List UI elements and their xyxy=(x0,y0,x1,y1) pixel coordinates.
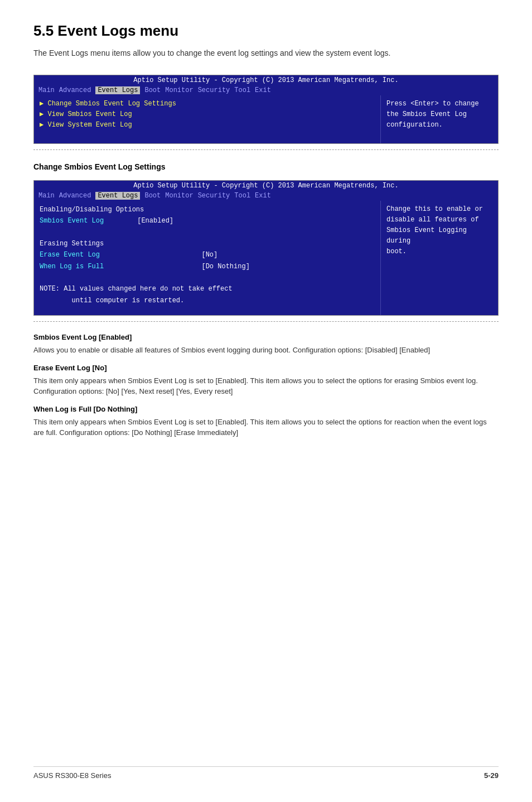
bios2-body: Enabling/Disabling Options Smbios Event … xyxy=(34,201,498,316)
bios2-help: Change this to enable ordisable all feat… xyxy=(381,201,498,316)
bios2-row-smbios: Smbios Event Log [Enabled] xyxy=(40,215,375,226)
footer-left: ASUS RS300-E8 Series xyxy=(33,771,111,780)
section1-title: Change Smbios Event Log Settings xyxy=(33,162,499,171)
bios1-item-1: Change Smbios Event Log Settings xyxy=(40,99,375,109)
bios1-header: Aptio Setup Utility - Copyright (C) 2013… xyxy=(34,75,498,85)
divider-1 xyxy=(33,149,499,150)
page-footer: ASUS RS300-E8 Series 5-29 xyxy=(33,766,499,780)
bios2-nav-monitor: Monitor xyxy=(165,192,193,200)
bios2-row-enabling: Enabling/Disabling Options xyxy=(40,204,375,215)
intro-paragraph: The Event Logs menu items allow you to c… xyxy=(33,47,499,59)
bios1-menu: Change Smbios Event Log Settings View Sm… xyxy=(34,95,381,143)
bios2-help-text: Change this to enable ordisable all feat… xyxy=(386,204,492,258)
erase-section-body: This item only appears when Smbios Event… xyxy=(33,375,499,397)
bios2-header: Aptio Setup Utility - Copyright (C) 2013… xyxy=(34,181,498,191)
bios2-row-erase: Erase Event Log [No] xyxy=(40,249,375,260)
bios2-menu: Enabling/Disabling Options Smbios Event … xyxy=(34,201,381,316)
bios2-nav-security: Security xyxy=(198,192,230,200)
bios2-nav-exit: Exit xyxy=(255,192,271,200)
bios1-nav-eventlogs: Event Logs xyxy=(95,86,140,94)
bios1-nav-tool: Tool xyxy=(234,86,250,94)
smbios-section-title: Smbios Event Log [Enabled] xyxy=(33,333,499,341)
divider-2 xyxy=(33,321,499,322)
bios2-nav-boot: Boot xyxy=(144,192,161,200)
bios-terminal-2: Aptio Setup Utility - Copyright (C) 2013… xyxy=(33,180,499,316)
bios2-nav-eventlogs: Event Logs xyxy=(95,192,140,200)
bios1-nav-boot: Boot xyxy=(144,86,161,94)
bios1-item-3: View System Event Log xyxy=(40,120,375,131)
page-title: 5.5 Event Logs menu xyxy=(33,22,499,40)
bios1-nav: Main Advanced Event Logs Boot Monitor Se… xyxy=(34,85,498,95)
bios1-nav-monitor: Monitor xyxy=(165,86,193,94)
bios2-nav-advanced: Advanced xyxy=(59,192,91,200)
whenlog-section-title: When Log is Full [Do Nothing] xyxy=(33,405,499,413)
erase-section-title: Erase Event Log [No] xyxy=(33,364,499,372)
bios2-note: NOTE: All values changed here do not tak… xyxy=(40,283,375,306)
bios2-row-erasing: Erasing Settings xyxy=(40,238,375,249)
bios1-nav-security: Security xyxy=(198,86,230,94)
bios2-nav-tool: Tool xyxy=(234,192,250,200)
bios1-help: Press <Enter> to changethe Smbios Event … xyxy=(381,95,498,143)
bios2-nav-main: Main xyxy=(38,192,55,200)
bios1-body: Change Smbios Event Log Settings View Sm… xyxy=(34,95,498,143)
bios-terminal-1: Aptio Setup Utility - Copyright (C) 2013… xyxy=(33,75,499,144)
footer-right: 5-29 xyxy=(484,771,499,780)
whenlog-section-body: This item only appears when Smbios Event… xyxy=(33,417,499,438)
bios1-help-text: Press <Enter> to changethe Smbios Event … xyxy=(386,99,492,131)
bios1-nav-advanced: Advanced xyxy=(59,86,91,94)
bios1-item-2: View Smbios Event Log xyxy=(40,109,375,120)
bios1-nav-exit: Exit xyxy=(255,86,271,94)
bios1-nav-main: Main xyxy=(38,86,55,94)
bios2-row-whenlog: When Log is Full [Do Nothing] xyxy=(40,261,375,272)
bios2-nav: Main Advanced Event Logs Boot Monitor Se… xyxy=(34,191,498,201)
smbios-section-body: Allows you to enable or disable all feat… xyxy=(33,345,499,356)
